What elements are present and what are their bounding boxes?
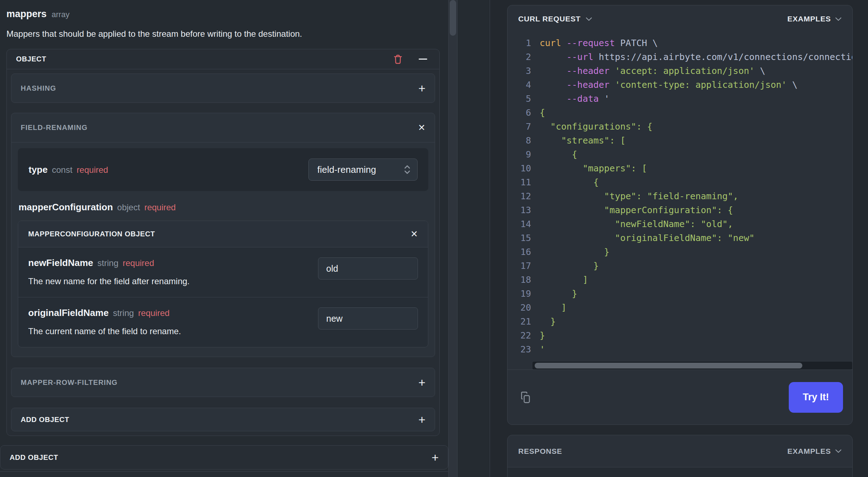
field-title-row: mappers array: [6, 9, 448, 20]
new-field-name-required-badge: required: [123, 258, 154, 268]
code-line: 23': [508, 342, 852, 356]
field-description: Mappers that should be applied to the st…: [6, 29, 448, 39]
new-field-name-row: newFieldName string required The new nam…: [18, 247, 428, 297]
curl-request-dropdown[interactable]: CURL REQUEST: [518, 15, 592, 23]
code-line: 13 "mapperConfiguration": {: [508, 203, 852, 217]
add-object-outer-button[interactable]: ADD OBJECT +: [0, 445, 448, 470]
horizontal-scrollbar-thumb[interactable]: [535, 363, 802, 368]
mapper-configuration-title: MAPPERCONFIGURATION OBJECT: [28, 230, 155, 238]
plus-icon: +: [418, 413, 425, 426]
type-property-name: type: [29, 164, 47, 175]
try-it-button[interactable]: Try It!: [789, 382, 843, 413]
vertical-scrollbar-thumb[interactable]: [450, 0, 456, 36]
code-line: 21 }: [508, 315, 852, 328]
type-required-badge: required: [77, 165, 108, 175]
line-number: 1: [508, 36, 531, 50]
close-icon[interactable]: ✕: [418, 123, 425, 132]
response-examples-label: EXAMPLES: [787, 447, 831, 456]
line-number: 13: [508, 203, 531, 217]
plus-icon[interactable]: +: [418, 376, 425, 388]
code-line: 8 "streams": [: [508, 134, 852, 147]
vertical-scrollbar[interactable]: [448, 0, 458, 477]
original-field-name-input[interactable]: [318, 307, 418, 330]
line-number: 5: [508, 92, 531, 106]
chevron-down-icon: [835, 449, 842, 453]
code-line: 2 --url https://api.airbyte.com/v1/conne…: [508, 50, 852, 64]
code-line: 4 --header 'content-type: application/js…: [508, 78, 852, 92]
object-card-title: OBJECT: [16, 55, 46, 63]
type-property-kind: const: [52, 165, 72, 175]
line-number: 21: [508, 315, 531, 328]
original-field-name-label: originalFieldName: [28, 307, 108, 318]
field-renaming-label: FIELD-RENAMING: [21, 124, 87, 132]
type-select-value: field-renaming: [317, 164, 376, 175]
line-number: 10: [508, 161, 531, 175]
line-number: 16: [508, 245, 531, 259]
mapper-configuration-object-card: MAPPERCONFIGURATION OBJECT ✕ newFieldNam…: [18, 221, 428, 347]
schema-panel: mappers array Mappers that should be app…: [0, 0, 448, 477]
horizontal-scrollbar[interactable]: [533, 362, 852, 370]
line-number: 20: [508, 301, 531, 315]
code-line: 9 {: [508, 147, 852, 161]
code-line: 22}: [508, 328, 852, 342]
minus-icon: [419, 59, 427, 60]
original-field-name-description: The current name of the field to rename.: [28, 326, 318, 336]
code-line: 15 "originalFieldName": "new": [508, 231, 852, 245]
type-select[interactable]: field-renaming: [308, 159, 418, 181]
add-object-outer-label: ADD OBJECT: [10, 453, 58, 462]
code-line: 7 "configurations": {: [508, 120, 852, 134]
copy-code-button[interactable]: [517, 388, 535, 406]
curl-request-panel: CURL REQUEST EXAMPLES 1curl --request PA…: [507, 5, 853, 425]
mapper-configuration-property: mapperConfiguration object required: [19, 202, 428, 213]
line-number: 3: [508, 64, 531, 78]
section-mapper-row-filtering[interactable]: MAPPER-ROW-FILTERING +: [11, 368, 435, 397]
collapse-object-button[interactable]: [416, 52, 430, 66]
line-number: 12: [508, 189, 531, 203]
original-field-name-kind: string: [113, 308, 134, 318]
field-renaming-header[interactable]: FIELD-RENAMING ✕: [11, 113, 435, 142]
code-line: 20 ]: [508, 301, 852, 315]
select-chevrons-icon: [404, 164, 411, 175]
request-examples-label: EXAMPLES: [787, 15, 831, 23]
response-panel: RESPONSE EXAMPLES: [507, 435, 853, 477]
code-line: 6{: [508, 106, 852, 120]
hashing-label: HASHING: [21, 84, 56, 92]
mapper-row-filtering-label: MAPPER-ROW-FILTERING: [21, 378, 117, 387]
line-number: 9: [508, 147, 531, 161]
line-number: 2: [508, 50, 531, 64]
delete-object-button[interactable]: [391, 52, 405, 66]
new-field-name-label: newFieldName: [28, 257, 93, 268]
trash-icon: [393, 54, 403, 65]
mapper-configuration-header[interactable]: MAPPERCONFIGURATION OBJECT ✕: [18, 221, 428, 247]
code-line: 5 --data ': [508, 92, 852, 106]
type-property-row: type const required field-renaming: [18, 148, 428, 191]
close-icon[interactable]: ✕: [410, 230, 418, 239]
line-number: 22: [508, 328, 531, 342]
line-number: 17: [508, 259, 531, 273]
line-number: 4: [508, 78, 531, 92]
request-examples-dropdown[interactable]: EXAMPLES: [787, 15, 842, 23]
divider: [0, 471, 448, 472]
original-field-name-row: originalFieldName string required The cu…: [18, 297, 428, 347]
new-field-name-input[interactable]: [318, 257, 418, 280]
response-title: RESPONSE: [518, 447, 562, 456]
section-hashing[interactable]: HASHING +: [11, 74, 435, 103]
array-item-object-card: OBJECT: [6, 49, 440, 436]
line-number: 19: [508, 287, 531, 301]
response-examples-dropdown[interactable]: EXAMPLES: [787, 447, 842, 456]
code-line: 17 }: [508, 259, 852, 273]
line-number: 14: [508, 217, 531, 231]
plus-icon[interactable]: +: [418, 82, 425, 94]
add-object-inner-button[interactable]: ADD OBJECT +: [11, 408, 435, 431]
code-line: 12 "type": "field-renaming",: [508, 189, 852, 203]
object-card-header[interactable]: OBJECT: [7, 49, 439, 69]
line-number: 23: [508, 342, 531, 356]
line-number: 7: [508, 120, 531, 134]
mapper-configuration-kind: object: [117, 202, 140, 212]
plus-icon: +: [432, 451, 439, 463]
curl-request-title: CURL REQUEST: [518, 15, 581, 23]
chevron-down-icon: [586, 17, 592, 21]
field-name: mappers: [6, 9, 47, 20]
code-line: 14 "newFieldName": "old",: [508, 217, 852, 231]
new-field-name-kind: string: [97, 258, 118, 268]
